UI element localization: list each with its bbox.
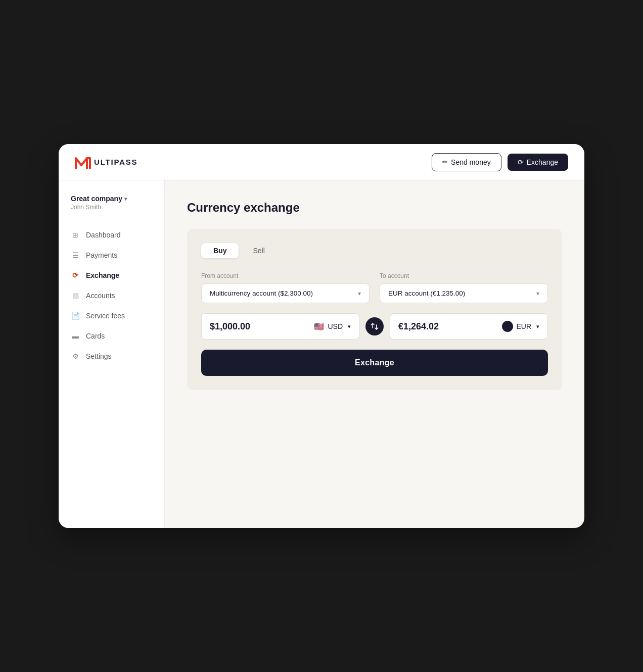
sidebar-item-label: Service fees bbox=[86, 312, 125, 320]
sidebar-item-label: Cards bbox=[86, 332, 105, 340]
gear-icon: ⚙ bbox=[71, 352, 80, 361]
from-account-caret-icon: ▾ bbox=[358, 290, 361, 297]
sidebar-item-exchange[interactable]: ⟳ Exchange bbox=[59, 265, 164, 285]
header-actions: ✏ Send money ⟳ Exchange bbox=[432, 153, 568, 171]
to-currency-caret-icon: ▾ bbox=[536, 323, 539, 330]
sidebar-item-cards[interactable]: ▬ Cards bbox=[59, 326, 164, 346]
page-title: Currency exchange bbox=[187, 201, 562, 215]
sidebar-item-accounts[interactable]: ▤ Accounts bbox=[59, 285, 164, 306]
logo-icon bbox=[75, 155, 91, 169]
to-amount-value: €1,264.02 bbox=[398, 321, 439, 332]
exchange-header-button[interactable]: ⟳ Exchange bbox=[508, 154, 568, 171]
to-account-select[interactable]: EUR account (€1,235.00) ▾ bbox=[380, 283, 548, 303]
company-section: Great company ▾ John Smith bbox=[59, 195, 164, 225]
sidebar-item-dashboard[interactable]: ⊞ Dashboard bbox=[59, 225, 164, 245]
send-money-button[interactable]: ✏ Send money bbox=[432, 153, 501, 171]
to-amount-box: €1,264.02 EUR ▾ bbox=[390, 313, 548, 340]
logo-text: ULTIPASS bbox=[94, 158, 137, 166]
from-account-group: From account Multicurrency account ($2,3… bbox=[201, 272, 370, 303]
swap-icon[interactable] bbox=[365, 317, 384, 335]
tab-sell[interactable]: Sell bbox=[241, 243, 277, 258]
header: ULTIPASS ✏ Send money ⟳ Exchange bbox=[59, 144, 584, 180]
exchange-icon: ⟳ bbox=[71, 271, 80, 280]
app-window: ULTIPASS ✏ Send money ⟳ Exchange Great c… bbox=[59, 144, 584, 528]
tab-row: Buy Sell bbox=[201, 243, 548, 258]
eur-dot-icon bbox=[502, 321, 513, 332]
usd-flag-icon: 🇺🇸 bbox=[313, 321, 325, 332]
to-account-value: EUR account (€1,235.00) bbox=[388, 290, 465, 297]
from-currency-selector[interactable]: 🇺🇸 USD ▾ bbox=[313, 321, 351, 332]
sidebar-item-label: Payments bbox=[86, 251, 117, 259]
sidebar-item-payments[interactable]: ☰ Payments bbox=[59, 245, 164, 265]
tab-buy[interactable]: Buy bbox=[201, 243, 239, 258]
sidebar-item-label: Exchange bbox=[86, 271, 119, 279]
sidebar-item-service-fees[interactable]: 📄 Service fees bbox=[59, 306, 164, 326]
main-content: Currency exchange Buy Sell From account … bbox=[165, 180, 584, 528]
logo: ULTIPASS bbox=[75, 155, 137, 169]
account-row: From account Multicurrency account ($2,3… bbox=[201, 272, 548, 303]
to-account-group: To account EUR account (€1,235.00) ▾ bbox=[380, 272, 548, 303]
nav-menu: ⊞ Dashboard ☰ Payments ⟳ Exchange ▤ Acco… bbox=[59, 225, 164, 366]
to-currency-selector[interactable]: EUR ▾ bbox=[502, 321, 539, 332]
pencil-icon: ✏ bbox=[442, 158, 448, 166]
from-amount-box: $1,000.00 🇺🇸 USD ▾ bbox=[201, 313, 359, 340]
sidebar-item-label: Accounts bbox=[86, 292, 115, 300]
layers-icon: ▤ bbox=[71, 291, 80, 300]
from-currency-label: USD bbox=[328, 322, 343, 330]
exchange-main-button[interactable]: Exchange bbox=[201, 350, 548, 376]
exchange-card: Buy Sell From account Multicurrency acco… bbox=[187, 229, 562, 390]
list-icon: ☰ bbox=[71, 251, 80, 260]
company-chevron-icon: ▾ bbox=[124, 196, 127, 202]
exchange-spin-icon: ⟳ bbox=[518, 158, 524, 166]
from-amount-value: $1,000.00 bbox=[210, 321, 250, 332]
user-name: John Smith bbox=[71, 204, 152, 211]
from-currency-caret-icon: ▾ bbox=[348, 323, 351, 330]
grid-icon: ⊞ bbox=[71, 230, 80, 239]
to-account-label: To account bbox=[380, 272, 548, 279]
amount-row: $1,000.00 🇺🇸 USD ▾ €1,264.02 bbox=[201, 313, 548, 340]
from-account-value: Multicurrency account ($2,300.00) bbox=[210, 290, 313, 297]
sidebar-item-label: Dashboard bbox=[86, 231, 121, 239]
card-icon: ▬ bbox=[71, 331, 80, 341]
from-account-label: From account bbox=[201, 272, 370, 279]
sidebar-item-label: Settings bbox=[86, 352, 112, 360]
to-currency-label: EUR bbox=[516, 322, 531, 330]
to-account-caret-icon: ▾ bbox=[536, 290, 539, 297]
sidebar: Great company ▾ John Smith ⊞ Dashboard ☰… bbox=[59, 180, 165, 528]
from-account-select[interactable]: Multicurrency account ($2,300.00) ▾ bbox=[201, 283, 370, 303]
main-layout: Great company ▾ John Smith ⊞ Dashboard ☰… bbox=[59, 180, 584, 528]
document-icon: 📄 bbox=[71, 311, 80, 320]
company-name[interactable]: Great company ▾ bbox=[71, 195, 152, 203]
sidebar-item-settings[interactable]: ⚙ Settings bbox=[59, 346, 164, 366]
